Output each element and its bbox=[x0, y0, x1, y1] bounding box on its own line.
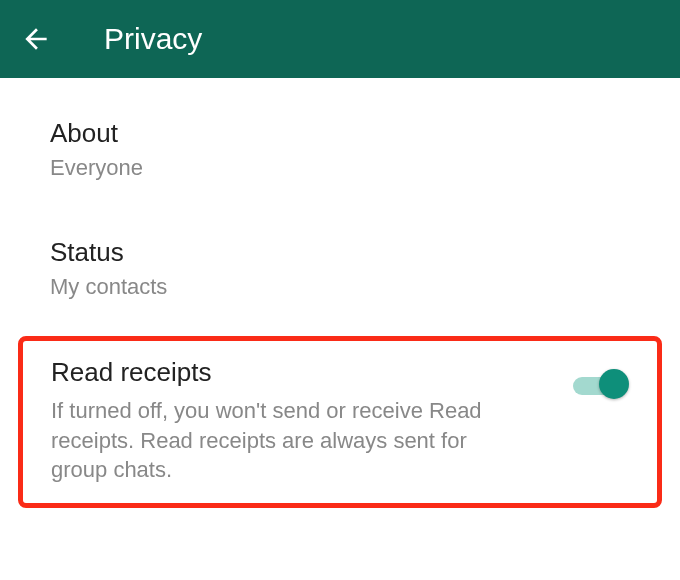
setting-about[interactable]: About Everyone bbox=[0, 104, 680, 195]
setting-value: My contacts bbox=[50, 274, 630, 300]
spacer bbox=[0, 195, 680, 223]
setting-title: Status bbox=[50, 237, 630, 268]
setting-title: Read receipts bbox=[51, 357, 553, 388]
app-header: Privacy bbox=[0, 0, 680, 78]
setting-status[interactable]: Status My contacts bbox=[0, 223, 680, 314]
read-receipts-text: Read receipts If turned off, you won't s… bbox=[51, 357, 573, 485]
read-receipts-toggle[interactable] bbox=[573, 369, 629, 401]
setting-description: If turned off, you won't send or receive… bbox=[51, 396, 511, 485]
read-receipts-highlight: Read receipts If turned off, you won't s… bbox=[18, 336, 662, 508]
setting-value: Everyone bbox=[50, 155, 630, 181]
settings-content: About Everyone Status My contacts Read r… bbox=[0, 78, 680, 508]
toggle-thumb bbox=[599, 369, 629, 399]
page-title: Privacy bbox=[104, 22, 202, 56]
setting-read-receipts[interactable]: Read receipts If turned off, you won't s… bbox=[51, 357, 629, 485]
back-arrow-icon[interactable] bbox=[20, 23, 52, 55]
setting-title: About bbox=[50, 118, 630, 149]
